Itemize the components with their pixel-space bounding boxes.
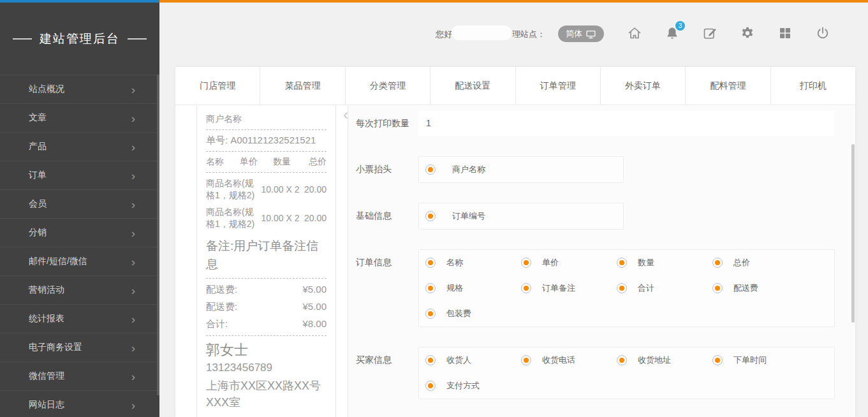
notification-badge: 3 [675, 21, 685, 31]
receipt-remark: 备注:用户订单备注信息 [206, 237, 327, 274]
receipt-fee-row: 配送费:¥5.00 [206, 301, 327, 313]
sidebar-item-11[interactable]: 微信管理› [0, 362, 159, 391]
radio-option[interactable]: 单价 [521, 257, 617, 268]
gear-icon[interactable] [740, 26, 755, 41]
edit-icon[interactable] [702, 26, 717, 41]
radio-selected-icon[interactable] [712, 258, 723, 268]
settings-section-3: 订单信息名称单价数量总价规格订单备注合计配送费包装费 [356, 249, 855, 327]
bell-icon[interactable]: 3 [665, 26, 680, 41]
chevron-right-icon: › [131, 227, 135, 239]
header-icons: 3 [627, 26, 830, 41]
radio-selected-icon[interactable] [617, 258, 627, 268]
sidebar-item-8[interactable]: 营销活动› [0, 276, 159, 305]
sidebar-item-label: 营销活动 [29, 284, 64, 296]
grid-icon[interactable] [777, 26, 793, 41]
fee-label: 合计: [206, 318, 228, 330]
tab-bar: 门店管理菜品管理分类管理配送设置订单管理外卖订单配料管理打印机 [175, 67, 855, 105]
radio-option[interactable]: 收货电话 [521, 355, 617, 366]
radio-selected-icon[interactable] [617, 355, 627, 365]
radio-option[interactable]: 订单编号 [425, 210, 521, 222]
item-name: 商品名称(规格1，规格2) [206, 177, 261, 201]
radio-selected-icon[interactable] [425, 309, 436, 319]
fee-value: ¥5.00 [302, 301, 327, 313]
sidebar-item-3[interactable]: 产品› [0, 133, 159, 161]
chevron-right-icon: › [131, 370, 135, 383]
radio-selected-icon[interactable] [425, 283, 436, 293]
radio-selected-icon[interactable] [425, 165, 436, 175]
radio-option-label: 合计 [638, 282, 654, 294]
tab-1[interactable]: 门店管理 [175, 67, 260, 105]
tab-4[interactable]: 配送设置 [430, 67, 515, 105]
tab-6[interactable]: 外卖订单 [600, 67, 685, 105]
radio-option[interactable]: 商户名称 [425, 164, 521, 175]
chevron-right-icon: › [131, 256, 135, 268]
radio-option[interactable]: 下单时间 [712, 355, 808, 366]
radio-option[interactable]: 订单备注 [521, 282, 617, 294]
chevron-right-icon: › [131, 399, 135, 411]
radio-selected-icon[interactable] [521, 258, 531, 268]
sidebar-item-10[interactable]: 电子商务设置› [0, 333, 159, 362]
language-button[interactable]: 简体 [558, 26, 604, 42]
radio-option[interactable]: 配送费 [712, 282, 808, 294]
radio-option[interactable]: 名称 [425, 257, 521, 268]
sidebar-item-4[interactable]: 订单› [0, 161, 159, 190]
dashed-divider [206, 172, 327, 173]
sidebar-item-12[interactable]: 网站日志› [0, 391, 159, 417]
radio-option[interactable]: 包装费 [425, 308, 521, 319]
radio-option[interactable]: 合计 [617, 282, 712, 294]
main-scrollbar[interactable] [851, 144, 855, 323]
section-label: 小票抬头 [356, 156, 418, 183]
chevron-right-icon: › [131, 141, 135, 153]
tab-5[interactable]: 订单管理 [515, 67, 600, 105]
radio-option-label: 收货电话 [542, 355, 575, 366]
sidebar-accent-bar [0, 0, 159, 3]
options-row: 规格订单备注合计配送费 [419, 275, 834, 301]
radio-option[interactable]: 支付方式 [425, 380, 521, 391]
receipt-fees: 配送费:¥5.00配送费:¥5.00合计:¥8.00 [206, 284, 327, 330]
radio-option[interactable]: 数量 [617, 257, 712, 268]
sidebar-scrollbar[interactable] [157, 75, 159, 395]
sidebar-item-6[interactable]: 分销› [0, 219, 159, 247]
radio-selected-icon[interactable] [521, 355, 531, 365]
sidebar-item-1[interactable]: 站点概况› [0, 75, 159, 104]
fee-value: ¥8.00 [302, 318, 327, 330]
radio-selected-icon[interactable] [712, 283, 723, 293]
power-icon[interactable] [815, 26, 830, 41]
fee-value: ¥5.00 [302, 284, 327, 296]
app-logo: 建站管理后台 [0, 0, 159, 75]
chevron-right-icon: › [131, 284, 135, 296]
radio-selected-icon[interactable] [425, 258, 436, 268]
radio-option[interactable]: 规格 [425, 282, 521, 294]
print-count-input[interactable] [418, 110, 834, 136]
radio-option[interactable]: 收货地址 [617, 355, 712, 366]
options-row: 名称单价数量总价 [419, 250, 834, 275]
col-name: 名称 [206, 156, 240, 168]
radio-option-label: 订单备注 [542, 282, 575, 294]
receipt-item-row: 商品名称(规格1，规格2)10.00 X 220.00 [206, 206, 327, 230]
title-dash-left [13, 38, 32, 40]
tab-3[interactable]: 分类管理 [345, 67, 430, 105]
radio-selected-icon[interactable] [425, 381, 436, 391]
radio-option[interactable]: 收货人 [425, 355, 521, 366]
home-icon[interactable] [627, 26, 642, 41]
sidebar-item-7[interactable]: 邮件/短信/微信› [0, 247, 159, 276]
radio-option[interactable]: 总价 [712, 257, 808, 268]
tab-2[interactable]: 菜品管理 [260, 67, 344, 105]
sidebar-item-2[interactable]: 文章› [0, 104, 159, 133]
radio-selected-icon[interactable] [425, 355, 436, 365]
radio-option-label: 名称 [446, 257, 463, 268]
radio-selected-icon[interactable] [521, 283, 531, 293]
radio-selected-icon[interactable] [712, 355, 723, 365]
tab-7[interactable]: 配料管理 [685, 67, 770, 105]
radio-selected-icon[interactable] [425, 211, 436, 221]
settings-section-2: 基础信息订单编号 [356, 203, 855, 230]
col-total: 总价 [302, 156, 327, 168]
sidebar-item-5[interactable]: 会员› [0, 190, 159, 219]
tab-8[interactable]: 打印机 [770, 67, 855, 105]
collapse-handle-icon[interactable]: ‹ [343, 107, 348, 122]
radio-option-label: 总价 [733, 257, 750, 268]
receipt-item-row: 商品名称(规格1，规格2)10.00 X 220.00 [206, 177, 327, 201]
sidebar-item-9[interactable]: 统计报表› [0, 305, 159, 333]
radio-selected-icon[interactable] [617, 283, 627, 293]
sidebar-item-label: 电子商务设置 [29, 342, 82, 353]
